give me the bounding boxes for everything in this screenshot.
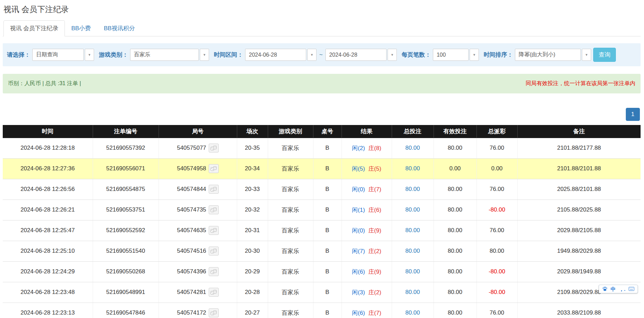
- cell-result: 闲(5) 庄(5): [342, 158, 392, 179]
- dice-icon: [210, 290, 217, 295]
- date-to-caret-button[interactable]: ▾: [388, 49, 397, 61]
- cell-game-type: 百家乐: [268, 179, 313, 200]
- cell-game-type: 百家乐: [268, 261, 313, 282]
- sort-group: 时间排序： ▾: [484, 49, 591, 61]
- cell-total-bet: 80.00: [392, 179, 434, 200]
- result-banker: 庄(9): [368, 227, 381, 234]
- total-bet-link[interactable]: 80.00: [405, 206, 420, 213]
- cell-remark: 2033.88/2109.88: [517, 303, 641, 318]
- page-size-caret-button[interactable]: ▾: [470, 49, 479, 61]
- cell-round-id: 540574958: [159, 158, 237, 179]
- total-bet-link[interactable]: 80.00: [405, 309, 420, 316]
- result-player: 闲(3): [352, 289, 365, 296]
- cell-result: 闲(2) 庄(8): [342, 138, 392, 158]
- table-row: 2024-06-28 12:26:21 521690553751 5405747…: [3, 200, 641, 220]
- date-from-input[interactable]: [245, 49, 306, 61]
- cell-table: B: [313, 138, 342, 158]
- cell-valid-bet: 80.00: [434, 303, 476, 318]
- cell-session: 20-29: [237, 261, 268, 282]
- round-result-button[interactable]: [209, 288, 219, 297]
- column-header-time: 时间: [3, 125, 93, 138]
- round-result-button[interactable]: [209, 144, 219, 152]
- page-size-select[interactable]: [433, 49, 469, 61]
- query-type-select[interactable]: [32, 49, 84, 61]
- cell-total-bet: 80.00: [392, 261, 434, 282]
- round-result-button[interactable]: [209, 226, 219, 235]
- round-id-value: 540574735: [177, 206, 206, 213]
- cell-valid-bet: 80.00: [434, 220, 476, 241]
- table-row: 2024-06-28 12:23:13 521690547846 5405741…: [3, 303, 641, 318]
- cell-table: B: [313, 261, 342, 282]
- game-type-label: 游戏类别：: [99, 51, 128, 59]
- query-type-caret-button[interactable]: ▾: [85, 49, 94, 61]
- payout-value: 0.00: [491, 165, 503, 172]
- payout-value: 76.00: [490, 186, 504, 192]
- cell-remark: 2105.88/2025.88: [517, 200, 641, 220]
- sort-select[interactable]: [515, 49, 581, 61]
- table-body: 2024-06-28 12:28:18 521690557392 5405750…: [3, 138, 641, 318]
- cell-result: 闲(6) 庄(7): [342, 303, 392, 318]
- result-player: 闲(0): [352, 186, 365, 193]
- cell-round-id: 540574844: [159, 179, 237, 200]
- result-player: 闲(1): [352, 207, 365, 213]
- query-type-group: 请选择： ▾: [7, 49, 94, 61]
- round-result-button[interactable]: [209, 247, 219, 255]
- cell-bet-id: 521690550268: [93, 261, 159, 282]
- payout-value: 80.00: [490, 248, 504, 254]
- total-bet-link[interactable]: 80.00: [405, 248, 420, 254]
- column-header-session: 场次: [237, 125, 268, 138]
- column-header-result: 结果: [342, 125, 392, 138]
- total-bet-link[interactable]: 80.00: [405, 227, 420, 234]
- round-result-button[interactable]: [209, 164, 219, 173]
- round-id-value: 540574844: [177, 186, 206, 193]
- result-player: 闲(2): [352, 145, 365, 151]
- tab-betting-records[interactable]: 视讯 会员下注纪录: [3, 20, 65, 36]
- cell-round-id: 540574281: [159, 282, 237, 303]
- tab-bar: 视讯 会员下注纪录 BB小费 BB视讯积分: [3, 20, 641, 36]
- page-title: 视讯 会员下注纪录: [3, 4, 641, 15]
- date-to-input[interactable]: [325, 49, 387, 61]
- table-row: 2024-06-28 12:23:48 521690548991 5405742…: [3, 282, 641, 303]
- total-bet-link[interactable]: 80.00: [405, 186, 420, 192]
- total-bet-link[interactable]: 80.00: [405, 268, 420, 275]
- tab-bb-video-points[interactable]: BB视讯积分: [97, 20, 141, 36]
- ime-toolbar[interactable]: 中 ，.: [599, 285, 638, 293]
- payout-value: 76.00: [490, 309, 504, 316]
- column-header-round-id: 局号: [159, 125, 237, 138]
- page-button-1[interactable]: 1: [626, 108, 640, 121]
- remark-value: 1949.88/2029.88: [557, 248, 601, 254]
- round-result-button[interactable]: [209, 267, 219, 276]
- chevron-down-icon: ▾: [473, 53, 475, 57]
- total-bet-link[interactable]: 80.00: [405, 165, 420, 172]
- chevron-down-icon: ▾: [89, 53, 91, 57]
- game-type-caret-button[interactable]: ▾: [200, 49, 209, 61]
- round-result-button[interactable]: [209, 308, 219, 317]
- cell-total-bet: 80.00: [392, 138, 434, 158]
- tab-bb-tips[interactable]: BB小费: [65, 20, 97, 36]
- cell-time: 2024-06-28 12:26:56: [3, 179, 93, 200]
- cell-remark: 2029.88/2105.88: [517, 220, 641, 241]
- cell-valid-bet: 80.00: [434, 138, 476, 158]
- cell-payout: 0.00: [476, 158, 517, 179]
- round-result-button[interactable]: [209, 185, 219, 194]
- round-result-button[interactable]: [209, 205, 219, 214]
- cell-time: 2024-06-28 12:25:47: [3, 220, 93, 241]
- cell-result: 闲(6) 庄(9): [342, 261, 392, 282]
- result-player: 闲(7): [352, 248, 365, 254]
- total-bet-link[interactable]: 80.00: [405, 145, 420, 151]
- date-from-caret-button[interactable]: ▾: [307, 49, 317, 61]
- dice-icon: [210, 228, 217, 233]
- cell-payout: -80.00: [476, 261, 517, 282]
- payout-value: -80.00: [488, 289, 505, 295]
- search-button[interactable]: 查询: [593, 48, 616, 62]
- total-bet-link[interactable]: 80.00: [405, 289, 420, 295]
- ime-punctuation-icon: ，.: [619, 286, 625, 292]
- round-id-value: 540574516: [177, 248, 206, 254]
- game-type-select[interactable]: [130, 49, 199, 61]
- cell-table: B: [313, 282, 342, 303]
- result-player: 闲(6): [352, 269, 365, 275]
- cell-valid-bet: 80.00: [434, 179, 476, 200]
- summary-currency-total: 币别：人民币 | 总共 :31 注单 |: [8, 80, 81, 87]
- sort-caret-button[interactable]: ▾: [582, 49, 591, 61]
- dice-icon: [210, 310, 217, 316]
